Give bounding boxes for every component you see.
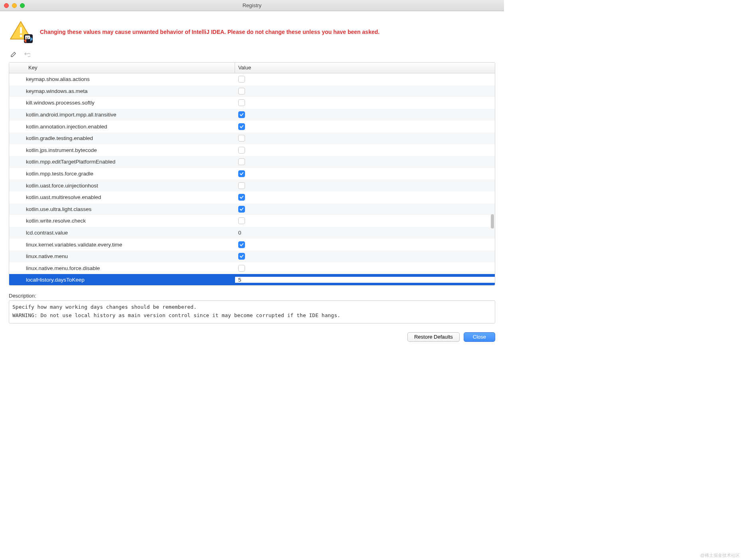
cell-value[interactable] xyxy=(235,158,495,165)
scrollbar-thumb[interactable] xyxy=(491,214,494,229)
cell-value[interactable] xyxy=(235,265,495,272)
table-row[interactable]: kotlin.uast.multiresolve.enabled xyxy=(9,191,495,203)
table-row[interactable]: linux.kernel.variables.validate.every.ti… xyxy=(9,239,495,250)
dialog-footer: Restore Defaults Close xyxy=(0,323,504,342)
checkbox[interactable] xyxy=(238,147,245,154)
cell-key: kotlin.android.import.mpp.all.transitive xyxy=(9,112,235,118)
checkbox[interactable] xyxy=(238,123,245,130)
checkbox[interactable] xyxy=(238,182,245,189)
table-row[interactable]: kotlin.uast.force.uinjectionhost xyxy=(9,179,495,191)
zoom-window-button[interactable] xyxy=(20,3,25,8)
description-text: Specify how many working days changes sh… xyxy=(9,300,495,323)
column-value-header[interactable]: Value xyxy=(235,63,495,73)
cell-key: lcd.contrast.value xyxy=(9,230,235,236)
close-window-button[interactable] xyxy=(4,3,9,8)
text-value: 0 xyxy=(238,230,241,236)
checkbox[interactable] xyxy=(238,241,245,248)
cell-value[interactable] xyxy=(235,88,495,95)
cell-value[interactable]: 0 xyxy=(235,230,495,236)
checkbox[interactable] xyxy=(238,99,245,106)
text-value: 5 xyxy=(238,277,241,283)
edit-button[interactable] xyxy=(10,50,18,58)
table-row[interactable]: keymap.show.alias.actions xyxy=(9,73,495,85)
cell-value[interactable] xyxy=(235,135,495,142)
cell-value[interactable] xyxy=(235,147,495,154)
cell-key: kotlin.write.resolve.check xyxy=(9,218,235,224)
table-row[interactable]: keymap.windows.as.meta xyxy=(9,85,495,97)
registry-table: Key Value keymap.show.alias.actionskeyma… xyxy=(9,62,495,286)
warning-row: IJ Changing these values may cause unwan… xyxy=(9,19,495,45)
checkbox[interactable] xyxy=(238,217,245,224)
cell-value[interactable] xyxy=(235,99,495,106)
checkbox[interactable] xyxy=(238,135,245,142)
cell-key: keymap.windows.as.meta xyxy=(9,88,235,94)
column-key-header[interactable]: Key xyxy=(9,63,235,73)
toolbar xyxy=(10,50,495,58)
table-row[interactable]: localHistory.daysToKeep5 xyxy=(9,274,495,285)
checkbox[interactable] xyxy=(238,76,245,83)
cell-key: linux.native.menu.force.disable xyxy=(9,265,235,271)
cell-value[interactable] xyxy=(235,123,495,130)
cell-value[interactable] xyxy=(235,76,495,83)
cell-key: kotlin.gradle.testing.enabled xyxy=(9,135,235,141)
window-controls xyxy=(4,3,25,8)
svg-text:IJ: IJ xyxy=(26,36,29,39)
checkbox[interactable] xyxy=(238,88,245,95)
cell-key: kotlin.jps.instrument.bytecode xyxy=(9,147,235,153)
svg-point-1 xyxy=(20,35,22,37)
cell-value[interactable] xyxy=(235,217,495,224)
cell-key: kotlin.use.ultra.light.classes xyxy=(9,206,235,212)
table-row[interactable]: kotlin.write.resolve.check xyxy=(9,215,495,227)
checkbox[interactable] xyxy=(238,170,245,177)
checkbox[interactable] xyxy=(238,111,245,118)
cell-key: keymap.show.alias.actions xyxy=(9,76,235,82)
svg-rect-0 xyxy=(20,27,22,34)
warning-text: Changing these values may cause unwanted… xyxy=(40,28,379,35)
cell-value[interactable] xyxy=(235,253,495,260)
cell-key: localHistory.daysToKeep xyxy=(9,277,235,283)
table-row[interactable]: kotlin.annotation.injection.enabled xyxy=(9,120,495,132)
checkbox[interactable] xyxy=(238,158,245,165)
close-button[interactable]: Close xyxy=(464,332,495,342)
cell-value[interactable] xyxy=(235,194,495,201)
table-row[interactable]: kill.windows.processes.softly xyxy=(9,97,495,109)
cell-value[interactable] xyxy=(235,170,495,177)
table-row[interactable]: kotlin.android.import.mpp.all.transitive xyxy=(9,109,495,121)
table-row[interactable]: kotlin.mpp.editTargetPlatformEnabled xyxy=(9,156,495,168)
cell-value[interactable]: 5 xyxy=(235,277,495,283)
table-body[interactable]: keymap.show.alias.actionskeymap.windows.… xyxy=(9,73,495,285)
cell-value[interactable] xyxy=(235,241,495,248)
table-row[interactable]: kotlin.use.ultra.light.classes xyxy=(9,203,495,215)
cell-key: kill.windows.processes.softly xyxy=(9,100,235,106)
cell-key: kotlin.mpp.editTargetPlatformEnabled xyxy=(9,159,235,165)
cell-key: linux.kernel.variables.validate.every.ti… xyxy=(9,242,235,248)
warning-icon: IJ xyxy=(9,19,34,45)
table-row[interactable]: kotlin.mpp.tests.force.gradle xyxy=(9,168,495,180)
cell-value[interactable] xyxy=(235,182,495,189)
description-label: Description: xyxy=(9,293,495,299)
cell-value[interactable] xyxy=(235,111,495,118)
table-header: Key Value xyxy=(9,63,495,73)
titlebar: Registry xyxy=(0,0,504,11)
cell-value[interactable] xyxy=(235,206,495,213)
minimize-window-button[interactable] xyxy=(12,3,17,8)
table-row[interactable]: kotlin.jps.instrument.bytecode xyxy=(9,144,495,156)
table-row[interactable]: linux.native.menu.force.disable xyxy=(9,262,495,274)
checkbox[interactable] xyxy=(238,265,245,272)
table-row[interactable]: kotlin.gradle.testing.enabled xyxy=(9,132,495,144)
cell-key: kotlin.uast.force.uinjectionhost xyxy=(9,183,235,189)
checkbox[interactable] xyxy=(238,206,245,213)
cell-key: linux.native.menu xyxy=(9,253,235,259)
cell-key: kotlin.annotation.injection.enabled xyxy=(9,124,235,130)
window-title: Registry xyxy=(0,2,504,8)
restore-defaults-button[interactable]: Restore Defaults xyxy=(407,332,460,342)
checkbox[interactable] xyxy=(238,253,245,260)
table-row[interactable]: linux.native.menu xyxy=(9,250,495,262)
cell-key: kotlin.uast.multiresolve.enabled xyxy=(9,194,235,200)
checkbox[interactable] xyxy=(238,194,245,201)
cell-key: kotlin.mpp.tests.force.gradle xyxy=(9,171,235,177)
revert-button[interactable] xyxy=(23,50,31,58)
table-row[interactable]: lcd.contrast.value0 xyxy=(9,227,495,239)
